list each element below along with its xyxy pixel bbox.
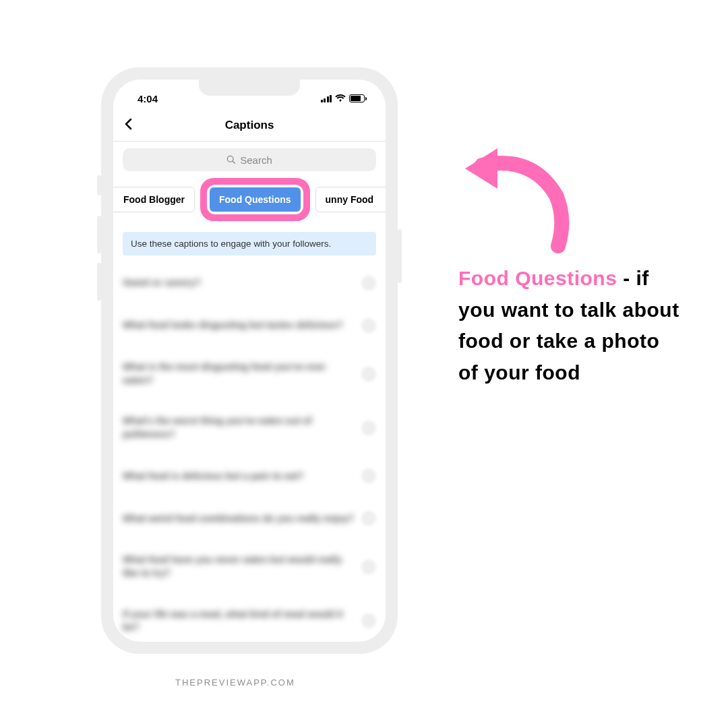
- nav-header: Captions: [113, 109, 386, 142]
- list-item[interactable]: Sweet or savory?: [123, 262, 376, 305]
- status-indicators: [321, 94, 367, 102]
- search-placeholder: Search: [240, 154, 272, 166]
- check-icon: [361, 468, 376, 483]
- check-icon: [361, 613, 376, 628]
- annotation-text: Food Questions - if you want to talk abo…: [458, 263, 681, 388]
- info-banner: Use these captions to engage with your f…: [123, 232, 376, 255]
- check-icon: [361, 559, 376, 574]
- tab-funny-food[interactable]: unny Food: [315, 187, 386, 212]
- wifi-icon: [335, 94, 346, 102]
- search-input[interactable]: Search: [123, 148, 376, 171]
- list-item[interactable]: What is the most disgusting food you've …: [123, 347, 376, 401]
- phone-side-button: [97, 175, 101, 195]
- search-container: Search: [113, 142, 386, 178]
- annotation-highlight: Food Questions: [458, 267, 617, 289]
- back-button[interactable]: [124, 117, 132, 134]
- list-item[interactable]: What food have you never eaten but would…: [123, 540, 376, 594]
- phone-side-button: [398, 229, 402, 283]
- page-title: Captions: [225, 119, 274, 132]
- battery-icon: [349, 94, 367, 102]
- status-time: 4:04: [138, 93, 158, 104]
- check-icon: [361, 276, 376, 291]
- watermark: THEPREVIEWAPP.COM: [175, 677, 295, 688]
- arrow-annotation-icon: [458, 135, 573, 256]
- check-icon: [361, 421, 376, 435]
- signal-icon: [321, 95, 332, 102]
- phone-side-button: [97, 263, 101, 301]
- phone-mockup: 4:04 Captions S: [101, 67, 398, 654]
- tab-food-blogger[interactable]: Food Blogger: [113, 187, 195, 212]
- list-item[interactable]: What food looks disgusting but tastes de…: [123, 305, 376, 347]
- search-icon: [226, 155, 236, 164]
- check-icon: [361, 367, 376, 382]
- list-item[interactable]: If your life was a meal, what kind of me…: [123, 595, 376, 642]
- list-item[interactable]: What weird food combinations do you real…: [123, 497, 376, 540]
- caption-list: Sweet or savory? What food looks disgust…: [113, 262, 386, 642]
- category-tabs: Food Blogger Food Questions unny Food Fo…: [113, 178, 386, 228]
- svg-line-1: [233, 161, 235, 163]
- phone-side-button: [97, 216, 101, 253]
- check-icon: [361, 511, 376, 526]
- phone-notch: [199, 80, 300, 96]
- phone-screen: 4:04 Captions S: [113, 80, 386, 642]
- check-icon: [361, 318, 376, 333]
- list-item[interactable]: What's the worst thing you've eaten out …: [123, 401, 376, 455]
- tab-food-questions[interactable]: Food Questions: [210, 187, 301, 212]
- highlight-callout: Food Questions: [200, 178, 310, 221]
- list-item[interactable]: What food is delicious but a pain to eat…: [123, 455, 376, 497]
